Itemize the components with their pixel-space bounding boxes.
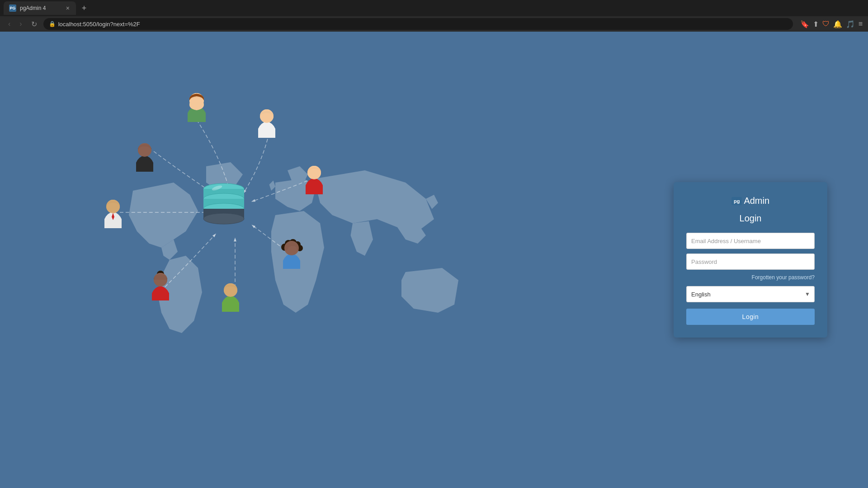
- forgot-password-link[interactable]: Forgotten your password?: [686, 274, 815, 281]
- svg-point-16: [307, 166, 321, 179]
- avatar-gray-woman: [251, 106, 283, 138]
- avatar-bun-woman: [145, 269, 176, 300]
- svg-point-28: [154, 273, 167, 286]
- avatar-top-woman: [181, 90, 212, 122]
- login-button[interactable]: Login: [686, 309, 815, 325]
- browser-actions: 🔖 ⬆ 🛡 🔔 🎵 ≡: [800, 20, 863, 28]
- avatar-curly-woman: [276, 237, 307, 269]
- music-icon[interactable]: 🎵: [846, 20, 855, 28]
- login-panel: pg Admin Login Forgotten your password? …: [674, 182, 827, 338]
- tab-title: pgAdmin 4: [20, 5, 61, 11]
- avatar-business-man: [97, 197, 129, 228]
- extensions-icon[interactable]: 🔔: [833, 20, 842, 28]
- back-button[interactable]: ‹: [5, 18, 13, 30]
- address-bar[interactable]: 🔒 localhost:5050/login?next=%2F: [43, 18, 793, 30]
- login-title: Login: [686, 213, 815, 224]
- tab-bar: PG pgAdmin 4 × +: [0, 0, 868, 16]
- language-select-wrapper: English French German Spanish ▼: [686, 286, 815, 302]
- lock-icon: 🔒: [49, 21, 56, 27]
- address-bar-row: ‹ › ↻ 🔒 localhost:5050/login?next=%2F 🔖 …: [0, 16, 868, 32]
- avatar-dark-man: [129, 140, 160, 172]
- brave-shield-icon[interactable]: 🛡: [822, 20, 830, 28]
- menu-icon[interactable]: ≡: [859, 20, 863, 28]
- new-tab-button[interactable]: +: [78, 2, 90, 14]
- avatar-orange-woman: [298, 163, 330, 194]
- svg-point-30: [224, 283, 237, 297]
- svg-point-14: [138, 143, 151, 157]
- share-icon[interactable]: ⬆: [813, 20, 819, 28]
- active-tab[interactable]: PG pgAdmin 4 ×: [4, 1, 76, 15]
- svg-point-12: [260, 109, 274, 123]
- logo-text: Admin: [744, 196, 769, 206]
- logo-box: pg: [731, 197, 742, 205]
- email-input[interactable]: [686, 233, 815, 249]
- pgadmin-logo: pg Admin: [686, 196, 815, 206]
- reload-button[interactable]: ↻: [28, 18, 40, 30]
- bookmark-icon[interactable]: 🔖: [800, 20, 809, 28]
- page-content: pg Admin Login Forgotten your password? …: [0, 32, 868, 488]
- tab-favicon: PG: [9, 5, 16, 12]
- forward-button[interactable]: ›: [17, 18, 24, 30]
- avatar-young-man: [215, 280, 246, 312]
- tab-close-button[interactable]: ×: [65, 4, 71, 13]
- svg-point-18: [106, 200, 120, 213]
- database-icon: [199, 176, 249, 232]
- language-select[interactable]: English French German Spanish: [686, 286, 815, 302]
- svg-point-7: [203, 213, 244, 224]
- browser-chrome: PG pgAdmin 4 × + ‹ › ↻ 🔒 localhost:5050/…: [0, 0, 868, 32]
- password-input[interactable]: [686, 253, 815, 270]
- svg-point-25: [284, 241, 299, 255]
- url-text: localhost:5050/login?next=%2F: [58, 21, 140, 28]
